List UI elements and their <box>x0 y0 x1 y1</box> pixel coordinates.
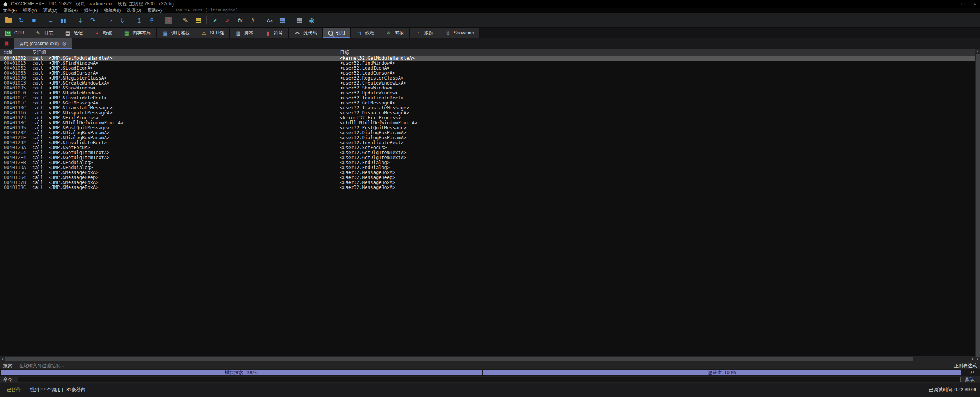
vertical-scrollbar[interactable]: ▲ ▼ <box>975 49 980 362</box>
scroll-up-icon[interactable]: ▲ <box>975 49 980 54</box>
search-bar: 搜索: 正则表达式 <box>0 362 980 369</box>
table-row[interactable]: 004012C4call <JMP.&GetDlgItemTextA><user… <box>0 150 975 155</box>
step-into-trace-icon[interactable]: ⇓ <box>117 16 127 25</box>
table-row[interactable]: 0040121Ecall <JMP.&DialogBoxParamA><user… <box>0 135 975 140</box>
open-file-icon[interactable] <box>3 16 14 25</box>
run-until-return-icon[interactable]: ↥ <box>134 16 144 25</box>
table-row[interactable]: 00401364call <JMP.&MessageBeep><user32.M… <box>0 175 975 180</box>
step-into-icon[interactable]: ↧ <box>75 16 85 25</box>
profile-dropdown[interactable]: 默认 <box>965 376 975 383</box>
hash-icon[interactable]: # <box>248 16 258 25</box>
tab-breakpoints[interactable]: ●断点 <box>88 28 118 38</box>
restart-icon[interactable]: ↻ <box>16 16 26 25</box>
table-row[interactable]: 004012FBcall <JMP.&EndDialog><user32.End… <box>0 160 975 165</box>
menu-debug[interactable]: 调试(D) <box>40 8 60 13</box>
table-row[interactable]: 00401002call <JMP.&GetModuleHandleA><ker… <box>0 56 975 61</box>
subtab-close-icon[interactable]: ⊗ <box>62 41 67 47</box>
table-row[interactable]: 0040118Ccall <JMP.&NtdllDefWindowProc_A>… <box>0 120 975 125</box>
table-row[interactable]: 004010ECcall <JMP.&InvalidateRect><user3… <box>0 96 975 101</box>
table-row[interactable]: 00401116call <JMP.&DispatchMessageA><use… <box>0 111 975 116</box>
tab-references[interactable]: 引用 <box>323 28 351 38</box>
tab-symbols[interactable]: ▮符号 <box>259 28 289 38</box>
execute-till-return-icon[interactable]: ↟ <box>147 16 157 25</box>
stop-icon[interactable]: ■ <box>29 16 39 25</box>
menu-trace[interactable]: 跟踪(R) <box>60 8 81 13</box>
scroll-down-icon[interactable]: ▼ <box>975 357 980 362</box>
table-row[interactable]: 00401052call <JMP.&LoadIconA><user32.Loa… <box>0 66 975 71</box>
table-row[interactable]: 00401090call <JMP.&RegisterClassA><user3… <box>0 76 975 81</box>
table-row[interactable]: 004010C3call <JMP.&CreateWindowExA><user… <box>0 81 975 86</box>
horizontal-scrollbar[interactable]: ◄ ► <box>0 356 975 362</box>
tab-call-stack[interactable]: ▣调用堆栈 <box>157 28 195 38</box>
table-row[interactable]: 0040110Ccall <JMP.&TranslateMessage><use… <box>0 106 975 111</box>
tab-cpu[interactable]: 32CPU <box>0 28 29 38</box>
tab-handles[interactable]: ❖句柄 <box>380 28 410 38</box>
run-icon[interactable]: → <box>46 16 56 25</box>
pause-icon[interactable]: ▮▮ <box>58 16 69 25</box>
menu-plugins[interactable]: 插件(P) <box>81 8 101 13</box>
horizontal-scrollbar-thumb[interactable] <box>5 357 913 361</box>
tab-snowman[interactable]: ☃Snowman <box>439 28 480 38</box>
tab-log[interactable]: ✎日志 <box>29 28 59 38</box>
search-input[interactable] <box>18 363 949 369</box>
menu-favourites[interactable]: 收藏夹(I) <box>101 8 124 13</box>
cell-address: 004013BC <box>4 185 26 190</box>
tab-label: 脚本 <box>244 30 253 36</box>
table-row[interactable]: 0040135Ccall <JMP.&MessageBoxA><user32.M… <box>0 170 975 175</box>
table-row[interactable]: 00401123call <JMP.&ExitProcess><kernel32… <box>0 116 975 120</box>
tab-source[interactable]: <>源代码 <box>289 28 323 38</box>
table-row[interactable]: 0040129Acall <JMP.&SetFocus><user32.SetF… <box>0 145 975 150</box>
table-row[interactable]: 004013BCcall <JMP.&MessageBoxA><user32.M… <box>0 185 975 190</box>
tab-trace[interactable]: ∴跟踪 <box>410 28 439 38</box>
scroll-right-icon[interactable]: ► <box>970 356 975 362</box>
maximize-button[interactable]: □ <box>962 1 964 7</box>
patch-icon[interactable]: ✎ <box>180 16 191 25</box>
table-row[interactable]: 00401195call <JMP.&PostQuitMessage><user… <box>0 125 975 130</box>
menu-help[interactable]: 帮助(H) <box>144 8 165 13</box>
font-icon[interactable]: Az <box>265 16 275 25</box>
tab-seh[interactable]: ⚠SEH链 <box>195 28 230 38</box>
step-over-icon[interactable]: ↷ <box>88 16 98 25</box>
functions-icon[interactable]: fx <box>235 16 245 25</box>
table-row[interactable]: 00401378call <JMP.&MessageBoxA><user32.M… <box>0 180 975 185</box>
highlight-icon[interactable]: ∕∕ <box>222 16 233 25</box>
scroll-left-icon[interactable]: ◄ <box>0 356 5 362</box>
table-row[interactable]: 004010D5call <JMP.&ShowWindow><user32.Sh… <box>0 86 975 91</box>
close-button[interactable]: × <box>973 1 976 7</box>
menu-view[interactable]: 视图(V) <box>20 8 40 13</box>
tab-notes[interactable]: ▤笔记 <box>59 28 88 38</box>
toolbar-separator <box>72 16 72 24</box>
column-divider <box>29 49 29 356</box>
seh-chain-icon[interactable]: S <box>163 16 174 25</box>
report-icon[interactable]: ▦ <box>294 16 304 25</box>
table-row[interactable]: 0040133Acall <JMP.&EndDialog><user32.End… <box>0 165 975 170</box>
trace-coverage-icon[interactable]: ∕∕ <box>210 16 220 25</box>
menu-file[interactable]: 文件(F) <box>0 8 20 13</box>
table-row[interactable]: 004012E4call <JMP.&GetDlgItemTextA><user… <box>0 155 975 160</box>
column-header-disassembly[interactable]: 反汇编 <box>32 49 46 56</box>
tab-memory-map[interactable]: ▦内存布局 <box>118 28 157 38</box>
table-row[interactable]: 00401063call <JMP.&LoadCursorA><user32.L… <box>0 71 975 76</box>
table-row[interactable]: 00401202call <JMP.&DialogBoxParamA><user… <box>0 130 975 135</box>
menu-options[interactable]: 选项(O) <box>124 8 144 13</box>
run-to-user-code-icon[interactable]: ⇒ <box>105 16 115 25</box>
subtab-calls-crackme[interactable]: 调用 (crackme.exe) ⊗ <box>14 38 72 49</box>
snowman-icon: ☃ <box>444 31 451 36</box>
column-header-target[interactable]: 目标 <box>340 49 349 56</box>
table-row[interactable]: 00401013call <JMP.&FindWindowA><user32.F… <box>0 61 975 66</box>
vertical-scrollbar-thumb[interactable] <box>976 54 980 357</box>
tab-threads[interactable]: ⇉线程 <box>351 28 380 38</box>
table-row[interactable]: 00401292call <JMP.&InvalidateRect><user3… <box>0 140 975 145</box>
calculator-icon[interactable]: ▦ <box>277 16 287 25</box>
internet-icon[interactable]: ◉ <box>307 16 317 25</box>
column-header-address[interactable]: 地址 <box>4 49 13 56</box>
table-row[interactable]: 004010E0call <JMP.&UpdateWindow><user32.… <box>0 91 975 96</box>
table-row[interactable]: 004010FCcall <JMP.&GetMessageA><user32.G… <box>0 101 975 106</box>
minimize-button[interactable]: — <box>948 1 952 7</box>
comment-icon[interactable]: ▤ <box>193 16 203 25</box>
command-input[interactable] <box>18 377 961 382</box>
tab-script[interactable]: ▥脚本 <box>230 28 259 38</box>
command-label: 命令: <box>3 376 13 383</box>
regex-option[interactable]: 正则表达式 <box>954 363 977 369</box>
close-all-references-button[interactable]: ✖ <box>1 38 12 49</box>
